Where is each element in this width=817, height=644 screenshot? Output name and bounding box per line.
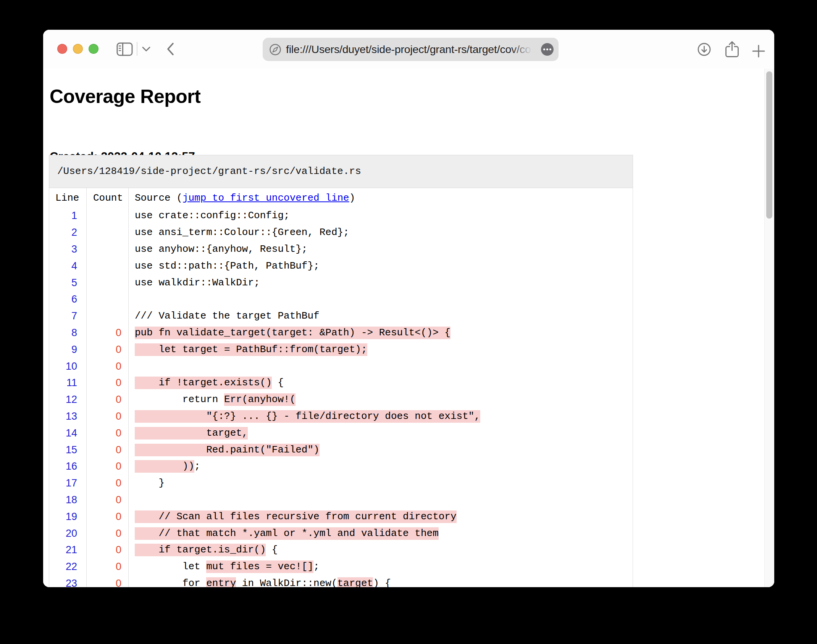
- line-number-link[interactable]: 18: [49, 492, 87, 509]
- page-title: Coverage Report: [50, 85, 200, 108]
- execution-count: [87, 308, 129, 325]
- line-number-link[interactable]: 12: [49, 391, 87, 408]
- source-file-header: /Users/128419/side-project/grant-rs/src/…: [49, 155, 633, 188]
- uncovered-code-segment: if target.is_dir(): [135, 544, 266, 556]
- execution-count: 0: [87, 375, 129, 391]
- scrollbar-thumb[interactable]: [766, 71, 772, 219]
- code-segment: use crate::config::Config;: [135, 209, 290, 222]
- source-code-line: Red.paint("Failed"): [129, 441, 633, 458]
- execution-count: 0: [87, 575, 129, 587]
- chevron-down-icon: [142, 46, 151, 52]
- line-number-link[interactable]: 2: [49, 224, 87, 241]
- line-number-link[interactable]: 16: [49, 458, 87, 475]
- jump-to-uncovered-link[interactable]: jump to first uncovered line: [182, 192, 349, 204]
- source-code-line: ));: [129, 458, 633, 475]
- line-number-link[interactable]: 3: [49, 241, 87, 258]
- window-controls: [57, 44, 98, 54]
- zoom-window-button[interactable]: [89, 44, 98, 54]
- code-segment: ;: [194, 460, 200, 473]
- line-number-link[interactable]: 23: [49, 575, 87, 587]
- sidebar-toggle-button[interactable]: [116, 42, 133, 56]
- close-window-button[interactable]: [57, 44, 67, 54]
- source-code-line: target,: [129, 425, 633, 441]
- source-code-line: [129, 291, 633, 308]
- table-row: 110 if !target.exists() {: [49, 375, 633, 391]
- line-number-link[interactable]: 21: [49, 542, 87, 559]
- line-number-link[interactable]: 19: [49, 508, 87, 525]
- code-segment: {: [266, 544, 278, 556]
- execution-count: 0: [87, 391, 129, 408]
- minimize-window-button[interactable]: [73, 44, 83, 54]
- source-code-line: // that match *.yaml or *.yml and valida…: [129, 525, 633, 542]
- line-number-link[interactable]: 5: [49, 274, 87, 291]
- table-header-row: Line Count Source (jump to first uncover…: [49, 188, 633, 208]
- table-row: 2use ansi_term::Colour::{Green, Red};: [49, 224, 633, 241]
- code-segment: use walkdir::WalkDir;: [135, 277, 260, 289]
- address-bar[interactable]: file:///Users/duyet/side-project/grant-r…: [263, 38, 559, 61]
- source-code-line: if target.is_dir() {: [129, 542, 633, 559]
- execution-count: [87, 208, 129, 224]
- share-button[interactable]: [724, 41, 740, 58]
- scrollbar[interactable]: [764, 69, 774, 587]
- table-row: 200 // that match *.yaml or *.yml and va…: [49, 525, 633, 542]
- execution-count: 0: [87, 508, 129, 525]
- new-tab-button[interactable]: [752, 45, 765, 58]
- line-number-link[interactable]: 22: [49, 559, 87, 575]
- line-number-link[interactable]: 13: [49, 408, 87, 425]
- source-code-line: "{:?} ... {} - file/directory does not e…: [129, 408, 633, 425]
- execution-count: [87, 224, 129, 241]
- execution-count: 0: [87, 542, 129, 559]
- line-number-link[interactable]: 9: [49, 341, 87, 358]
- execution-count: [87, 241, 129, 258]
- line-number-link[interactable]: 6: [49, 291, 87, 308]
- table-row: 150 Red.paint("Failed"): [49, 441, 633, 458]
- line-number-link[interactable]: 11: [49, 375, 87, 391]
- execution-count: 0: [87, 425, 129, 441]
- line-number-link[interactable]: 15: [49, 441, 87, 458]
- line-number-link[interactable]: 20: [49, 525, 87, 542]
- url-text[interactable]: file:///Users/duyet/side-project/grant-r…: [286, 38, 537, 61]
- uncovered-code-segment: Red.paint("Failed"): [135, 444, 320, 456]
- line-number-link[interactable]: 10: [49, 358, 87, 375]
- line-number-link[interactable]: 4: [49, 258, 87, 274]
- table-row: 180: [49, 492, 633, 509]
- download-icon: [697, 42, 711, 56]
- line-number-link[interactable]: 8: [49, 325, 87, 341]
- table-row: 190 // Scan all files recursive from cur…: [49, 508, 633, 525]
- tab-overview-chevron-button[interactable]: [142, 46, 151, 52]
- column-header-line: Line: [49, 188, 87, 208]
- execution-count: 0: [87, 525, 129, 542]
- code-segment: return: [135, 393, 224, 406]
- source-code-line: [129, 358, 633, 375]
- uncovered-code-segment: // Scan all files recursive from current…: [135, 510, 457, 523]
- execution-count: 0: [87, 441, 129, 458]
- line-number-link[interactable]: 14: [49, 425, 87, 441]
- browser-toolbar: file:///Users/duyet/side-project/grant-r…: [43, 30, 774, 69]
- line-number-link[interactable]: 17: [49, 475, 87, 492]
- uncovered-code-segment: // that match *.yaml or *.yml and valida…: [135, 527, 439, 540]
- source-code-line: use ansi_term::Colour::{Green, Red};: [129, 224, 633, 241]
- table-row: 160 ));: [49, 458, 633, 475]
- uncovered-code-segment: target: [337, 577, 373, 587]
- page-settings-button[interactable]: [541, 43, 554, 56]
- code-segment: {: [272, 377, 284, 389]
- code-rows: 1use crate::config::Config;2use ansi_ter…: [49, 208, 633, 587]
- table-row: 100: [49, 358, 633, 375]
- ellipsis-icon: [543, 48, 545, 50]
- line-number-link[interactable]: 1: [49, 208, 87, 224]
- source-code-line: use anyhow::{anyhow, Result};: [129, 241, 633, 258]
- uncovered-code-segment: )): [135, 460, 194, 473]
- table-row: 90 let target = PathBuf::from(target);: [49, 341, 633, 358]
- table-row: 80pub fn validate_target(target: &Path) …: [49, 325, 633, 341]
- compass-icon: [269, 43, 281, 56]
- source-code-line: if !target.exists() {: [129, 375, 633, 391]
- back-button[interactable]: [166, 42, 174, 56]
- line-number-link[interactable]: 7: [49, 308, 87, 325]
- source-code-line: use walkdir::WalkDir;: [129, 274, 633, 291]
- execution-count: 0: [87, 408, 129, 425]
- column-header-count: Count: [87, 188, 129, 208]
- table-row: 220 let mut files = vec![];: [49, 559, 633, 575]
- downloads-button[interactable]: [697, 42, 711, 56]
- source-code-line: }: [129, 475, 633, 492]
- code-segment: ) {: [373, 577, 391, 587]
